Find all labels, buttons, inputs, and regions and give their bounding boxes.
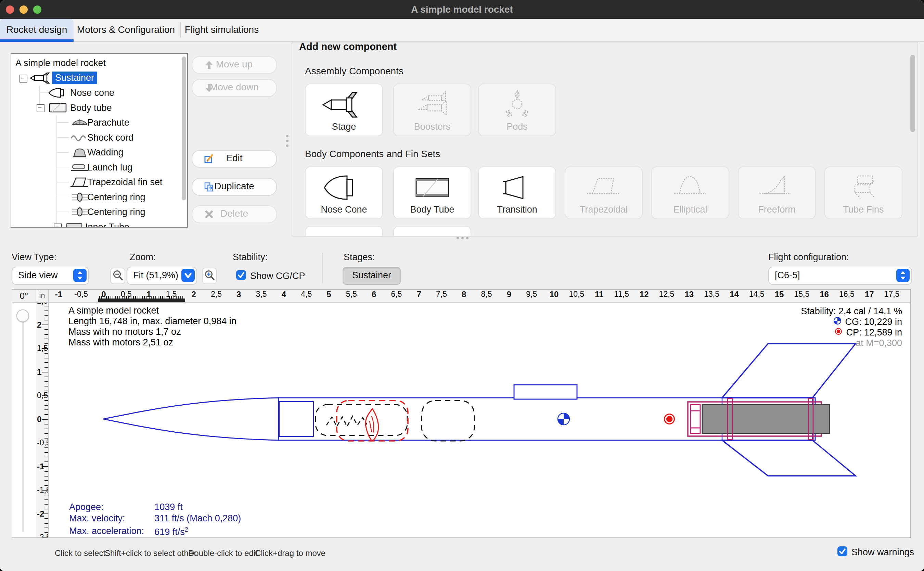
transition-component-icon xyxy=(491,171,543,204)
bodytube-component-icon xyxy=(407,171,458,204)
engine-block xyxy=(691,404,700,434)
component-button-boosters[interactable]: Boosters xyxy=(393,83,471,136)
fin-top xyxy=(722,344,856,398)
flight-configuration-select[interactable]: [C6-5] xyxy=(768,267,912,285)
move-up-button[interactable]: Move up xyxy=(192,56,277,74)
show-warnings-checkbox[interactable] xyxy=(838,546,847,556)
zoom-label: Zoom: xyxy=(130,252,156,262)
h-ruler-label: -1 xyxy=(55,290,62,299)
component-button-elliptical[interactable]: Elliptical xyxy=(651,167,729,219)
h-ruler-label: 13 xyxy=(684,290,694,299)
edit-button[interactable]: Edit xyxy=(192,150,277,168)
expander-minus-icon[interactable] xyxy=(37,104,45,112)
component-button-trapezoidal[interactable]: Trapezoidal xyxy=(565,167,643,219)
cp-legend-icon xyxy=(834,327,842,338)
stage-toggle-sustainer[interactable]: Sustainer xyxy=(343,267,401,285)
zoom-value: Fit (51,9%) xyxy=(133,270,178,281)
h-ruler-label: 9 xyxy=(507,290,511,299)
h-ruler-label: 2 xyxy=(192,290,196,299)
v-ruler-label: -1 xyxy=(37,462,44,471)
tree-item-centering-ring[interactable]: Centering ring xyxy=(11,204,187,219)
component-button-transition[interactable]: Transition xyxy=(478,167,556,219)
select-chevrons-icon xyxy=(73,269,86,282)
tree-item-label: Trapezoidal fin set xyxy=(87,177,163,188)
tree-item-launch-lug[interactable]: Launch lug xyxy=(11,160,187,175)
duplicate-icon xyxy=(204,181,214,192)
rocket-canvas: 0° in -1-0,500,511,522,533,544,555,566,5… xyxy=(12,289,911,538)
h-ruler-label: 15 xyxy=(775,290,784,299)
rocket-drawing-area[interactable]: A simple model rocket Length 16,748 in, … xyxy=(49,302,910,537)
tree-item-label: Sustainer xyxy=(52,71,97,84)
rotation-slider-thumb[interactable] xyxy=(17,309,29,322)
cp-value: CP: 12,589 in xyxy=(846,327,902,338)
tree-item-a-simple-model-rocket[interactable]: A simple model rocket xyxy=(11,56,187,71)
magnifier-plus-icon xyxy=(203,269,216,284)
component-button-body-tube[interactable]: Body Tube xyxy=(393,167,471,219)
panel-scrollbar[interactable] xyxy=(910,55,915,132)
zoom-in-button[interactable] xyxy=(202,268,217,284)
h-ruler-label: 9,5 xyxy=(526,290,537,299)
show-cgcp-checkbox[interactable] xyxy=(236,270,246,280)
elliptical-component-icon xyxy=(665,171,716,204)
component-button-pods[interactable]: Pods xyxy=(478,83,556,136)
tree-item-label: Inner Tube xyxy=(85,222,129,228)
component-button-label: Nose Cone xyxy=(306,204,382,215)
tree-item-parachute[interactable]: Parachute xyxy=(11,115,187,130)
mach-note: at M=0,300 xyxy=(801,338,902,349)
tree-item-body-tube[interactable]: Body tube xyxy=(11,100,187,115)
zoom-out-button[interactable] xyxy=(110,268,125,284)
stability-line: Stability: 2,4 cal / 14,1 % xyxy=(801,306,902,316)
title-bar: A simple model rocket xyxy=(0,0,924,19)
tree-item-centering-ring[interactable]: Centering ring xyxy=(11,190,187,205)
tree-item-shock-cord[interactable]: Shock cord xyxy=(11,130,187,145)
boosters-component-icon xyxy=(407,88,458,121)
h-ruler-label: 15,5 xyxy=(794,290,809,299)
stability-label: Stability: xyxy=(233,252,268,262)
rotation-slider-track[interactable] xyxy=(22,321,24,532)
move-down-button[interactable]: Move down xyxy=(192,79,277,97)
hint-shift-click-to-select-other: Shift+click to select other xyxy=(105,548,196,558)
nosecone-icon xyxy=(47,86,69,99)
h-ruler-label: 0,5 xyxy=(121,290,132,299)
h-ruler-label: 6,5 xyxy=(391,290,402,299)
duplicate-button[interactable]: Duplicate xyxy=(192,178,277,196)
h-ruler-label: 5,5 xyxy=(346,290,357,299)
tree-item-trapezoidal-fin-set[interactable]: Trapezoidal fin set xyxy=(11,174,187,190)
tree-item-nose-cone[interactable]: Nose cone xyxy=(11,85,187,100)
move-down-label: Move down xyxy=(210,82,259,93)
tree-scrollbar[interactable] xyxy=(182,57,186,200)
view-type-select[interactable]: Side view xyxy=(12,267,89,285)
edit-label: Edit xyxy=(226,153,242,163)
h-ruler-label: 14 xyxy=(730,290,739,299)
h-ruler-label: 17 xyxy=(865,290,874,299)
vertical-splitter-handle[interactable] xyxy=(286,135,289,147)
component-stub-1[interactable] xyxy=(305,226,383,236)
h-ruler-label: 5 xyxy=(326,290,331,299)
tab-flight-simulations[interactable]: Flight simulations xyxy=(182,19,262,41)
component-button-label: Body Tube xyxy=(394,204,471,215)
freeform-component-icon xyxy=(751,171,802,204)
tree-item-wadding[interactable]: Wadding xyxy=(11,145,187,160)
tree-item-inner-tube[interactable]: Inner Tube xyxy=(11,219,187,228)
tab-motors-configuration[interactable]: Motors & Configuration xyxy=(75,19,177,41)
component-button-label: Stage xyxy=(306,122,382,132)
expander-minus-icon[interactable] xyxy=(54,224,62,228)
flight-stats: Apogee: 1039 ft Max. velocity: 311 ft/s … xyxy=(68,501,242,537)
h-ruler-label: 3,5 xyxy=(256,290,267,299)
stability-stats: Stability: 2,4 cal / 14,1 % CG: 10,229 i… xyxy=(801,306,902,349)
magnifier-minus-icon xyxy=(111,269,125,284)
delete-label: Delete xyxy=(220,208,248,219)
tab-rocket-design[interactable]: Rocket design xyxy=(0,19,74,41)
component-button-stage[interactable]: Stage xyxy=(305,83,383,136)
delete-button[interactable]: Delete xyxy=(192,205,277,223)
component-button-nose-cone[interactable]: Nose Cone xyxy=(305,167,383,219)
component-stub-2[interactable] xyxy=(393,226,471,236)
horizontal-splitter-handle[interactable] xyxy=(456,237,469,240)
tree-item-sustainer[interactable]: Sustainer xyxy=(11,71,187,86)
component-button-tube-fins[interactable]: Tube Fins xyxy=(824,167,902,219)
tab-separator xyxy=(180,22,181,38)
mass-with-motors-line: Mass with motors 2,51 oz xyxy=(68,337,237,348)
zoom-select[interactable]: Fit (51,9%) xyxy=(126,267,197,285)
component-button-freeform[interactable]: Freeform xyxy=(738,167,816,219)
expander-minus-icon[interactable] xyxy=(20,75,28,82)
